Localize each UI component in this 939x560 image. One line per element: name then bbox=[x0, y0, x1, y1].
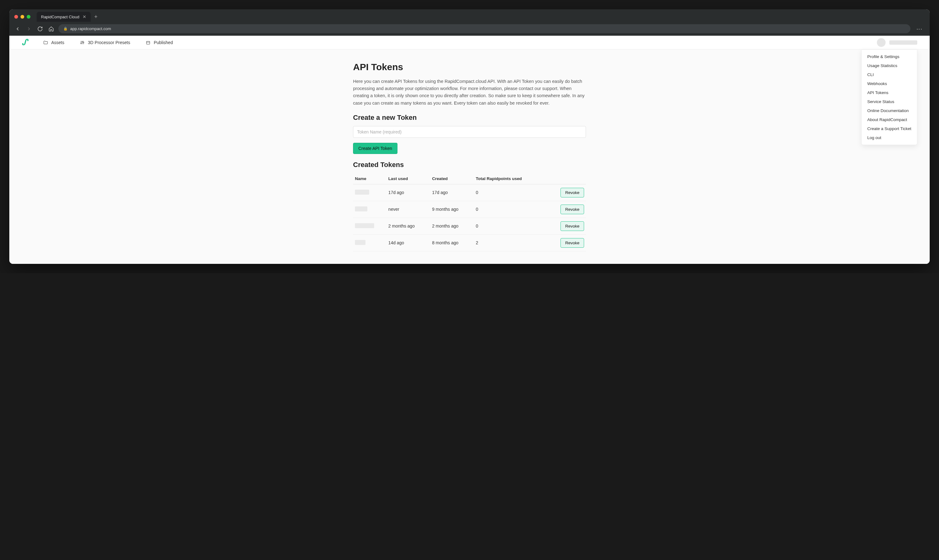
url-text: app.rapidcompact.com bbox=[70, 26, 111, 31]
cell-last-used: 14d ago bbox=[386, 234, 430, 251]
token-name-redacted bbox=[355, 206, 367, 211]
token-name-input[interactable] bbox=[353, 126, 586, 138]
user-dropdown: Profile & SettingsUsage StatisticsCLIWeb… bbox=[861, 49, 917, 145]
svg-point-0 bbox=[81, 43, 82, 44]
browser-chrome: RapidCompact Cloud ✕ + 🔒 app.rapidcompac… bbox=[9, 9, 930, 36]
token-name-redacted bbox=[355, 190, 369, 195]
maximize-window-button[interactable] bbox=[27, 15, 31, 18]
dropdown-item[interactable]: Profile & Settings bbox=[862, 52, 917, 61]
dropdown-item[interactable]: Webhooks bbox=[862, 79, 917, 88]
new-tab-button[interactable]: + bbox=[94, 14, 98, 20]
revoke-button[interactable]: Revoke bbox=[560, 238, 584, 248]
url-bar: 🔒 app.rapidcompact.com ⋮ bbox=[9, 22, 930, 36]
tab-bar: RapidCompact Cloud ✕ + bbox=[9, 9, 930, 22]
dropdown-item[interactable]: API Tokens bbox=[862, 88, 917, 97]
app-topbar: ᔑ Assets 3D Processor Presets Published bbox=[9, 36, 930, 49]
address-bar[interactable]: 🔒 app.rapidcompact.com bbox=[58, 24, 910, 33]
logo[interactable]: ᔑ bbox=[22, 38, 28, 47]
nav-presets[interactable]: 3D Processor Presets bbox=[80, 40, 130, 45]
cell-points: 2 bbox=[474, 234, 546, 251]
table-row: 17d ago17d ago0Revoke bbox=[353, 184, 586, 201]
browser-menu-button[interactable]: ⋮ bbox=[914, 26, 925, 31]
list-heading: Created Tokens bbox=[353, 161, 586, 169]
main-content: API Tokens Here you can create API Token… bbox=[347, 49, 592, 264]
table-row: never9 months ago0Revoke bbox=[353, 201, 586, 218]
cell-created: 9 months ago bbox=[430, 201, 474, 218]
nav-presets-label: 3D Processor Presets bbox=[88, 40, 130, 45]
svg-point-2 bbox=[83, 42, 84, 43]
th-name: Name bbox=[353, 173, 386, 185]
dropdown-item[interactable]: CLI bbox=[862, 70, 917, 79]
dropdown-item[interactable]: Service Status bbox=[862, 97, 917, 106]
lock-icon: 🔒 bbox=[63, 27, 68, 31]
cell-points: 0 bbox=[474, 201, 546, 218]
svg-point-1 bbox=[82, 41, 83, 42]
cell-last-used: 17d ago bbox=[386, 184, 430, 201]
browser-tab[interactable]: RapidCompact Cloud ✕ bbox=[37, 12, 91, 22]
avatar[interactable] bbox=[877, 38, 885, 47]
dropdown-item[interactable]: Create a Support Ticket bbox=[862, 124, 917, 133]
create-token-button[interactable]: Create API Token bbox=[353, 143, 397, 154]
tab-title: RapidCompact Cloud bbox=[41, 15, 80, 19]
forward-button[interactable] bbox=[25, 25, 33, 33]
th-last-used: Last used bbox=[386, 173, 430, 185]
nav-assets[interactable]: Assets bbox=[43, 40, 64, 45]
token-name-redacted bbox=[355, 223, 374, 228]
home-button[interactable] bbox=[47, 25, 55, 33]
svg-rect-3 bbox=[146, 41, 150, 44]
cell-last-used: 2 months ago bbox=[386, 218, 430, 234]
cell-last-used: never bbox=[386, 201, 430, 218]
revoke-button[interactable]: Revoke bbox=[560, 188, 584, 197]
dropdown-item[interactable]: About RapidCompact bbox=[862, 115, 917, 124]
cell-points: 0 bbox=[474, 184, 546, 201]
reload-button[interactable] bbox=[36, 25, 44, 33]
page-title: API Tokens bbox=[353, 62, 586, 72]
cell-created: 2 months ago bbox=[430, 218, 474, 234]
cell-created: 17d ago bbox=[430, 184, 474, 201]
app-body: ᔑ Assets 3D Processor Presets Published … bbox=[9, 36, 930, 264]
revoke-button[interactable]: Revoke bbox=[560, 205, 584, 214]
box-icon bbox=[146, 40, 151, 45]
revoke-button[interactable]: Revoke bbox=[560, 222, 584, 231]
folder-icon bbox=[43, 40, 48, 45]
dropdown-item[interactable]: Log out bbox=[862, 133, 917, 142]
window-controls bbox=[14, 15, 31, 18]
nav-assets-label: Assets bbox=[51, 40, 64, 45]
back-button[interactable] bbox=[14, 25, 22, 33]
dropdown-item[interactable]: Usage Statistics bbox=[862, 61, 917, 70]
dropdown-item[interactable]: Online Documentation bbox=[862, 106, 917, 115]
create-heading: Create a new Token bbox=[353, 114, 586, 122]
sliders-icon bbox=[80, 40, 85, 45]
close-window-button[interactable] bbox=[14, 15, 18, 18]
token-name-redacted bbox=[355, 240, 365, 245]
browser-window: RapidCompact Cloud ✕ + 🔒 app.rapidcompac… bbox=[9, 9, 930, 264]
nav-published[interactable]: Published bbox=[146, 40, 173, 45]
th-created: Created bbox=[430, 173, 474, 185]
th-points: Total Rapidpoints used bbox=[474, 173, 546, 185]
cell-created: 8 months ago bbox=[430, 234, 474, 251]
user-name-redacted bbox=[889, 40, 917, 45]
nav-published-label: Published bbox=[154, 40, 173, 45]
minimize-window-button[interactable] bbox=[20, 15, 24, 18]
page-description: Here you can create API Tokens for using… bbox=[353, 78, 586, 107]
close-tab-icon[interactable]: ✕ bbox=[83, 14, 86, 19]
tokens-table: Name Last used Created Total Rapidpoints… bbox=[353, 173, 586, 251]
table-row: 2 months ago2 months ago0Revoke bbox=[353, 218, 586, 234]
cell-points: 0 bbox=[474, 218, 546, 234]
table-row: 14d ago8 months ago2Revoke bbox=[353, 234, 586, 251]
